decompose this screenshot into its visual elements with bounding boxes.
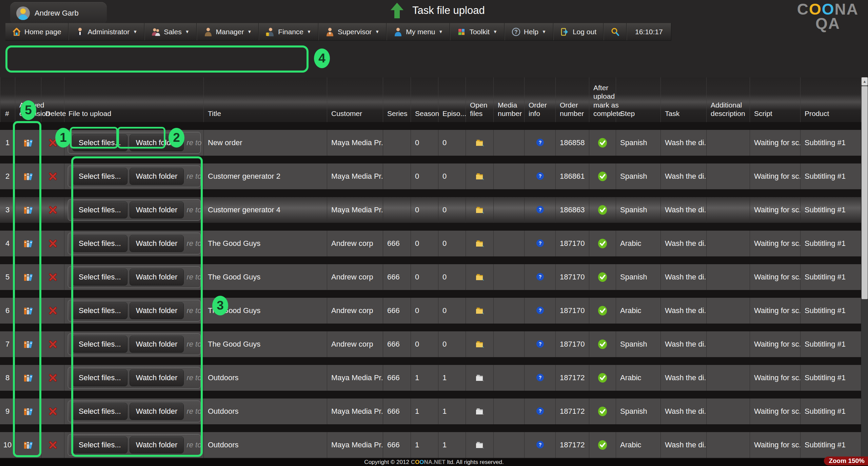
order-info-cell[interactable]: ? [525,231,556,256]
order-info-icon[interactable]: ? [535,239,545,248]
delete-cell[interactable] [41,197,64,223]
order-info-cell[interactable]: ? [525,264,556,290]
column-header[interactable]: Product [801,77,861,122]
nav-item[interactable]: Log out [553,23,604,40]
column-header[interactable]: Step [616,77,661,122]
product-cell: Subtitling #1 [801,331,861,357]
delete-cell[interactable] [41,298,64,324]
svg-text:?: ? [538,140,541,145]
delete-x-icon[interactable] [48,407,57,416]
order-info-cell[interactable]: ? [525,163,556,189]
user-badge[interactable]: Andrew Garb [10,2,107,24]
order-info-icon[interactable]: ? [535,272,545,282]
open-files-cell[interactable] [466,197,494,223]
delete-x-icon[interactable] [48,273,57,281]
delete-cell[interactable] [41,365,64,391]
nav-item[interactable]: Manager ▼ [197,23,259,40]
delete-cell[interactable] [41,432,64,458]
scrollbar-thumb[interactable] [862,86,868,299]
nav-item[interactable]: Finance ▼ [259,23,318,40]
order-info-icon[interactable]: ? [535,138,545,148]
column-header[interactable]: Additional description [707,77,750,122]
open-files-cell[interactable] [466,399,494,424]
nav-item[interactable]: Toolkit ▼ [450,23,504,40]
delete-x-icon[interactable] [48,441,57,449]
order-info-icon[interactable]: ? [535,205,545,215]
order-info-icon[interactable]: ? [535,407,545,416]
column-header[interactable]: # [0,77,15,122]
open-files-cell[interactable] [466,298,494,324]
footer-bar: Copyright © 2012 COONA.NET ltd. All righ… [0,459,868,466]
column-header[interactable]: Open files [466,77,494,122]
open-files-icon[interactable] [475,373,485,382]
column-header[interactable]: Season [411,77,438,122]
open-files-icon[interactable] [475,441,485,449]
annotation-circle-4: 4 [314,48,330,68]
open-files-cell[interactable] [466,231,494,256]
order-info-cell[interactable]: ? [525,399,556,424]
order-info-icon[interactable]: ? [535,306,545,315]
open-files-cell[interactable] [466,130,494,156]
order-info-icon[interactable]: ? [535,339,545,349]
open-files-cell[interactable] [466,163,494,189]
check-icon [597,272,608,283]
order-info-cell[interactable]: ? [525,197,556,223]
delete-x-icon[interactable] [48,206,57,214]
open-files-cell[interactable] [466,331,494,357]
nav-item[interactable]: Home page [5,23,68,40]
nav-search[interactable] [604,23,627,40]
delete-cell[interactable] [41,231,64,256]
nav-item[interactable]: ? Help ▼ [505,23,553,40]
order-info-cell[interactable]: ? [525,432,556,458]
open-files-icon[interactable] [475,172,485,181]
column-header[interactable]: After upload mark as complete [589,77,616,122]
order-info-cell[interactable]: ? [525,130,556,156]
delete-cell[interactable] [41,331,64,357]
delete-x-icon[interactable] [48,340,57,349]
nav-item[interactable]: Administrator ▼ [68,23,145,40]
order-info-icon[interactable]: ? [535,373,545,383]
delete-x-icon[interactable] [48,239,57,248]
nav-item[interactable]: My menu ▼ [387,23,450,40]
open-files-icon[interactable] [475,306,485,315]
delete-x-icon[interactable] [48,373,57,382]
open-files-icon[interactable] [475,407,485,416]
order-info-cell[interactable]: ? [525,298,556,324]
open-files-cell[interactable] [466,365,494,391]
additional-description-cell [707,231,750,256]
delete-x-icon[interactable] [48,306,57,315]
user-avatar-icon [16,6,30,20]
open-files-cell[interactable] [466,264,494,290]
open-files-cell[interactable] [466,432,494,458]
column-header[interactable]: Script [750,77,801,122]
open-files-icon[interactable] [475,138,485,147]
order-info-cell[interactable]: ? [525,365,556,391]
column-header[interactable]: Media number [494,77,525,122]
nav-item[interactable]: Sales ▼ [144,23,196,40]
column-header[interactable]: Customer [327,77,383,122]
delete-x-icon[interactable] [48,172,57,181]
vertical-scrollbar[interactable]: ▲ [861,77,868,466]
column-header[interactable]: Order info [525,77,556,122]
delete-cell[interactable] [41,163,64,189]
column-header[interactable]: Episo... [438,77,466,122]
scroll-up-button[interactable]: ▲ [862,77,868,85]
open-files-icon[interactable] [475,340,485,349]
open-files-icon[interactable] [475,273,485,281]
open-files-icon[interactable] [475,206,485,214]
open-files-icon[interactable] [475,239,485,248]
order-info-cell[interactable]: ? [525,331,556,357]
column-header[interactable]: Order number [556,77,589,122]
nav-item[interactable]: Supervisor ▼ [318,23,387,40]
order-info-icon[interactable]: ? [535,440,545,450]
column-header[interactable]: Series [383,77,411,122]
column-header[interactable]: Task [661,77,707,122]
delete-cell[interactable] [41,264,64,290]
customer-cell: Andrew corp [327,298,383,324]
column-header[interactable]: File to upload [64,77,204,122]
annotation-circle-1: 1 [55,128,71,148]
column-header[interactable]: Delete [41,77,64,122]
order-info-icon[interactable]: ? [535,172,545,181]
column-header[interactable]: Title [204,77,327,122]
delete-cell[interactable] [41,399,64,424]
